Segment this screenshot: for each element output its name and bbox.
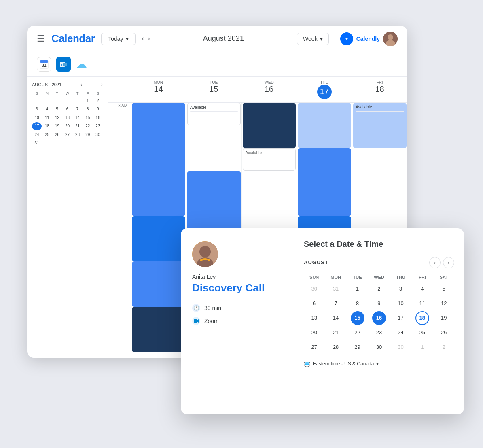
picker-day[interactable]: 10	[394, 297, 407, 310]
mini-day[interactable]: 1	[83, 97, 93, 105]
picker-day[interactable]: 25	[415, 326, 429, 340]
picker-day[interactable]: 11	[415, 297, 429, 310]
mini-day[interactable]	[62, 139, 72, 147]
mini-day[interactable]: 4	[42, 105, 52, 113]
mini-day[interactable]: 8	[83, 105, 93, 113]
mini-day[interactable]	[32, 97, 42, 105]
picker-day[interactable]: 21	[329, 326, 343, 340]
picker-day[interactable]: 30	[372, 340, 386, 354]
picker-prev-btn[interactable]: ‹	[429, 257, 441, 268]
mini-day[interactable]: 31	[32, 139, 42, 147]
event-block[interactable]	[132, 216, 185, 261]
mini-day[interactable]: 15	[83, 114, 93, 122]
picker-day-15[interactable]: 15	[351, 311, 364, 325]
mini-day[interactable]	[52, 97, 62, 105]
picker-day[interactable]: 19	[437, 311, 451, 325]
mini-day[interactable]: 19	[52, 122, 62, 130]
next-arrow[interactable]: ›	[148, 34, 150, 43]
picker-day[interactable]: 5	[437, 282, 451, 296]
picker-day[interactable]: 23	[372, 326, 386, 340]
event-block[interactable]	[298, 103, 351, 148]
mini-day[interactable]: 6	[62, 105, 72, 113]
mini-day[interactable]: 30	[93, 131, 103, 139]
mini-day[interactable]: 11	[42, 114, 52, 122]
picker-day-16[interactable]: 16	[372, 311, 386, 325]
mini-day[interactable]: 27	[62, 131, 72, 139]
mini-day[interactable]: 21	[73, 122, 83, 130]
mini-day[interactable]: 26	[52, 131, 62, 139]
cloud-icon[interactable]: ☁	[76, 57, 87, 71]
timezone-bar[interactable]: 🌐 Eastern time - US & Canada ▾	[304, 361, 454, 367]
mini-day-today[interactable]: 17	[32, 122, 42, 130]
picker-day[interactable]: 9	[372, 297, 386, 310]
mini-day[interactable]: 12	[52, 114, 62, 122]
mini-prev-arrow[interactable]: ‹	[80, 82, 82, 87]
mini-day[interactable]	[52, 139, 62, 147]
picker-day[interactable]: 3	[394, 282, 407, 296]
date-picker-grid: SUN MON TUE WED THU FRI SAT 30 31 1 2 3 …	[304, 273, 454, 354]
picker-day[interactable]: 24	[394, 326, 407, 340]
picker-day[interactable]: 17	[394, 311, 407, 325]
picker-day[interactable]: 27	[307, 340, 321, 354]
picker-day-18[interactable]: 18	[415, 311, 429, 325]
mini-day[interactable]	[93, 139, 103, 147]
mini-day[interactable]	[42, 97, 52, 105]
mini-day[interactable]: 5	[52, 105, 62, 113]
picker-day[interactable]: 1	[351, 282, 364, 296]
event-block[interactable]: Available	[353, 103, 407, 148]
day-header-wed: WED 16	[241, 80, 297, 99]
picker-day[interactable]: 2	[372, 282, 386, 296]
mini-day[interactable]: 7	[73, 105, 83, 113]
mini-day[interactable]	[83, 139, 93, 147]
event-block[interactable]	[132, 103, 185, 216]
mini-day[interactable]: 2	[93, 97, 103, 105]
mini-day[interactable]: 3	[32, 105, 42, 113]
picker-next-btn[interactable]: ›	[443, 257, 454, 268]
event-block[interactable]	[132, 261, 185, 307]
picker-day[interactable]: 22	[351, 326, 364, 340]
clock-icon: 🕐	[192, 304, 200, 312]
picker-day[interactable]: 14	[329, 311, 343, 325]
mini-day[interactable]: 9	[93, 105, 103, 113]
mini-day[interactable]: 28	[73, 131, 83, 139]
prev-arrow[interactable]: ‹	[142, 34, 144, 43]
picker-day[interactable]: 7	[329, 297, 343, 310]
mini-day[interactable]: 10	[32, 114, 42, 122]
picker-day[interactable]: 12	[437, 297, 451, 310]
mini-day[interactable]: 29	[83, 131, 93, 139]
mini-day[interactable]	[73, 97, 83, 105]
user-avatar[interactable]	[383, 32, 398, 46]
picker-day[interactable]: 20	[307, 326, 321, 340]
picker-day[interactable]: 26	[437, 326, 451, 340]
picker-day[interactable]: 4	[415, 282, 429, 296]
outlook-icon[interactable]: O	[56, 57, 71, 72]
picker-month-label: AUGUST	[304, 259, 429, 265]
mini-day[interactable]: 24	[32, 131, 42, 139]
event-block[interactable]	[298, 148, 351, 216]
picker-day[interactable]: 6	[307, 297, 321, 310]
mini-day[interactable]: 18	[42, 122, 52, 130]
week-view-button[interactable]: Week ▾	[297, 33, 329, 45]
menu-icon[interactable]: ☰	[37, 34, 45, 44]
mini-day[interactable]: 22	[83, 122, 93, 130]
mini-day[interactable]: 20	[62, 122, 72, 130]
mini-day[interactable]	[73, 139, 83, 147]
mini-day[interactable]: 16	[93, 114, 103, 122]
event-block[interactable]	[132, 307, 185, 352]
available-event[interactable]: Available	[243, 148, 296, 171]
google-calendar-icon[interactable]: 31	[37, 57, 51, 72]
mini-day[interactable]	[62, 97, 72, 105]
picker-day[interactable]: 28	[329, 340, 343, 354]
mini-next-arrow[interactable]: ›	[101, 82, 103, 87]
mini-day[interactable]: 13	[62, 114, 72, 122]
picker-day[interactable]: 8	[351, 297, 364, 310]
today-button[interactable]: Today ▾	[101, 33, 135, 45]
picker-day[interactable]: 29	[351, 340, 364, 354]
mini-day[interactable]: 25	[42, 131, 52, 139]
available-event[interactable]: Available	[187, 103, 241, 125]
mini-day[interactable]	[42, 139, 52, 147]
mini-day[interactable]: 14	[73, 114, 83, 122]
mini-day[interactable]: 23	[93, 122, 103, 130]
picker-day[interactable]: 13	[307, 311, 321, 325]
event-block[interactable]	[243, 103, 296, 148]
